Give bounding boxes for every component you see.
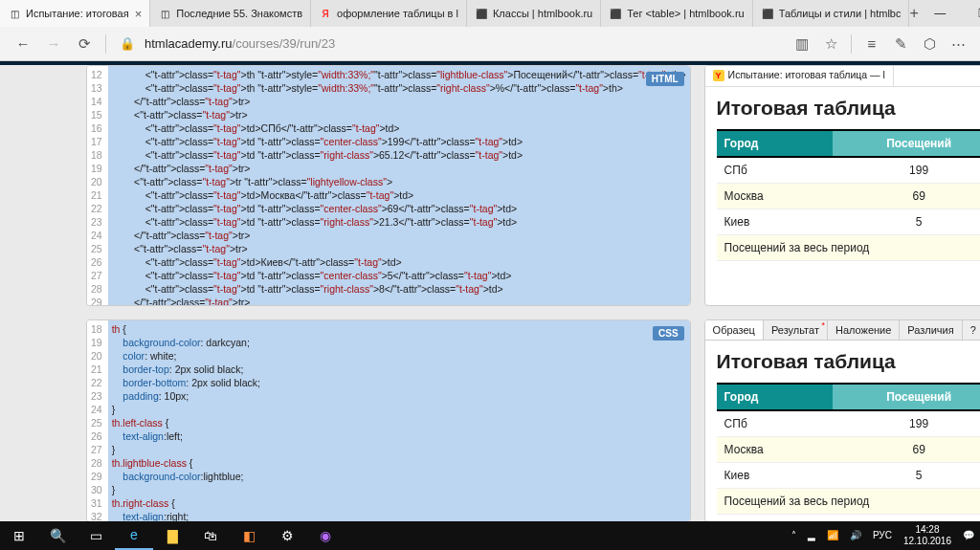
store-icon[interactable]: 🛍	[191, 521, 230, 550]
divider	[105, 34, 106, 54]
new-tab-button[interactable]: +	[909, 5, 918, 22]
minimize-button[interactable]: —	[919, 0, 962, 27]
url-path: /courses/39/run/23	[233, 36, 336, 51]
forward-button[interactable]: →	[38, 35, 69, 52]
tab-label: оформление таблицы в l	[337, 8, 458, 19]
browser-tab-4[interactable]: ⬛Тег <table> | htmlbook.ru	[601, 0, 752, 27]
workspace: HTML 12131415161718192021222324252627282…	[0, 65, 980, 522]
preview-tab-bar: YИспытание: итоговая таблица — l	[705, 66, 980, 87]
tab-favicon: ◫	[158, 7, 171, 20]
browser-tab-1[interactable]: ◫Последние 55. Знакомств	[150, 0, 311, 27]
violet-app-icon[interactable]: ◉	[306, 521, 345, 550]
preview-title: Итоговая таблица	[717, 97, 980, 120]
browser-tabstrip: ◫Испытание: итоговая× ◫Последние 55. Зна…	[0, 0, 980, 27]
reading-mode-icon[interactable]: ▥	[788, 35, 816, 53]
tray-lang[interactable]: РУС	[867, 530, 898, 541]
code-body-selected[interactable]: <"t-attr">class="t-tag">th "t-attr">styl…	[108, 66, 690, 306]
divider	[851, 34, 852, 54]
favorite-icon[interactable]: ☆	[816, 35, 845, 53]
result-tab-result[interactable]: Результат	[764, 320, 828, 340]
tray-wifi-icon[interactable]: 📶	[821, 530, 844, 541]
url-host: htmlacademy.ru	[145, 36, 233, 51]
result-tab-sample[interactable]: Образец	[705, 320, 764, 340]
maximize-button[interactable]: ❐	[962, 0, 980, 27]
windows-taskbar: ⊞ 🔍 ▭ e ▇ 🛍 ◧ ⚙ ◉ ˄ ▂ 📶 🔊 РУС 14:2812.10…	[0, 521, 980, 550]
result-tab-help[interactable]: ?	[963, 320, 980, 340]
start-button[interactable]: ⊞	[0, 521, 38, 550]
app-icon[interactable]: ◧	[230, 521, 268, 550]
html-badge: HTML	[646, 72, 684, 86]
preview-table: ГородПосещений%СПб19965.12Москва6921.3Ки…	[717, 129, 980, 261]
tab-label: Испытание: итоговая	[26, 8, 129, 19]
settings-icon[interactable]: ⚙	[268, 521, 306, 550]
lock-icon: 🔒	[120, 36, 135, 51]
tray-notifications-icon[interactable]: 💬	[957, 530, 980, 541]
browser-tab-5[interactable]: ⬛Таблицы и стили | htmlbc	[753, 0, 910, 27]
back-button[interactable]: ←	[8, 35, 38, 52]
tray-battery-icon[interactable]: ▂	[802, 530, 821, 541]
tray-volume-icon[interactable]: 🔊	[844, 530, 867, 541]
yandex-icon: Y	[713, 70, 724, 81]
browser-tab-3[interactable]: ⬛Классы | htmlbook.ru	[467, 0, 601, 27]
preview-tab-label: Испытание: итоговая таблица — l	[728, 69, 885, 80]
browser-tab-0[interactable]: ◫Испытание: итоговая×	[0, 0, 150, 27]
line-gutter: 1213141516171819202122232425262728293031…	[87, 66, 108, 306]
taskview-icon[interactable]: ▭	[77, 521, 115, 550]
edge-icon[interactable]: e	[115, 521, 153, 550]
code-body-selected[interactable]: th { background-color: darkcyan; color: …	[108, 320, 690, 522]
address-bar: ← → ⟳ 🔒 htmlacademy.ru/courses/39/run/23…	[0, 27, 980, 61]
tray-chevron-icon[interactable]: ˄	[786, 530, 802, 541]
tab-favicon: ⬛	[761, 7, 774, 20]
webnote-icon[interactable]: ✎	[886, 35, 915, 53]
refresh-button[interactable]: ⟳	[69, 35, 100, 53]
tab-favicon: ⬛	[475, 7, 488, 20]
tab-favicon: Я	[319, 7, 332, 20]
search-icon[interactable]: 🔍	[38, 521, 77, 550]
result-tab-diff[interactable]: Различия	[900, 320, 962, 340]
tab-favicon: ◫	[8, 7, 21, 20]
result-table: ГородПосещений%СПб19965.12Москва6921.3Ки…	[717, 383, 980, 515]
tray-clock[interactable]: 14:2812.10.2016	[898, 524, 957, 547]
result-title: Итоговая таблица	[717, 350, 980, 373]
result-tab-overlay[interactable]: Наложение	[828, 320, 900, 340]
tab-label: Классы | htmlbook.ru	[493, 8, 592, 19]
tab-label: Последние 55. Знакомств	[176, 8, 302, 19]
close-icon[interactable]: ×	[135, 7, 143, 21]
tab-label: Тег <table> | htmlbook.ru	[627, 8, 744, 19]
tab-label: Таблицы и стили | htmlbc	[779, 8, 902, 19]
more-icon[interactable]: ⋯	[944, 35, 972, 53]
result-tabs: Образец Результат Наложение Различия ?	[705, 320, 980, 341]
reference-preview: YИспытание: итоговая таблица — l Итогова…	[704, 65, 980, 306]
line-gutter: 1819202122232425262728293031323334353637	[87, 320, 108, 522]
url-field[interactable]: 🔒 htmlacademy.ru/courses/39/run/23	[112, 36, 788, 51]
html-editor[interactable]: HTML 12131415161718192021222324252627282…	[86, 65, 691, 306]
browser-tab-2[interactable]: Яоформление таблицы в l	[311, 0, 467, 27]
explorer-icon[interactable]: ▇	[153, 521, 191, 550]
css-badge: CSS	[653, 326, 684, 341]
result-preview: Образец Результат Наложение Различия ? И…	[704, 319, 980, 522]
preview-tab[interactable]: YИспытание: итоговая таблица — l	[705, 66, 894, 86]
tab-favicon: ⬛	[609, 7, 622, 20]
hub-icon[interactable]: ≡	[858, 35, 886, 52]
css-editor[interactable]: CSS 181920212223242526272829303132333435…	[86, 319, 691, 522]
share-icon[interactable]: ⬡	[915, 35, 944, 53]
